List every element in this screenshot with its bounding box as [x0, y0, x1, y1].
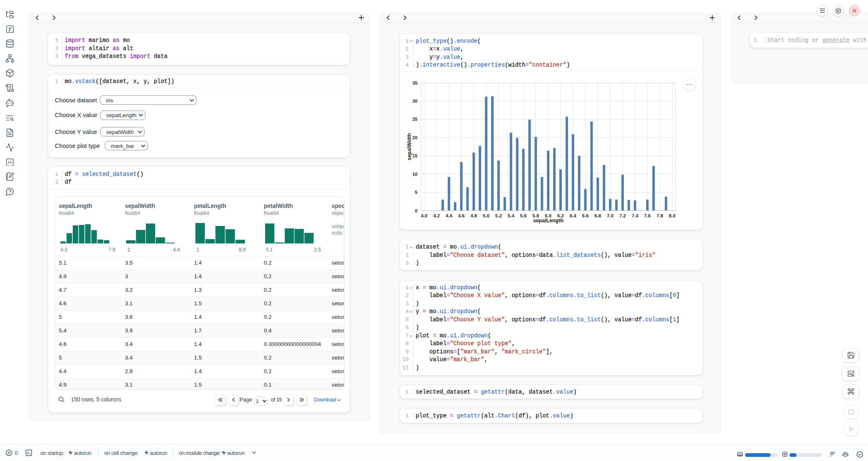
- svg-text:4.0: 4.0: [421, 213, 427, 218]
- svg-text:0: 0: [415, 208, 418, 213]
- svg-text:6.2: 6.2: [557, 213, 564, 218]
- svg-text:7.2: 7.2: [619, 213, 626, 218]
- svg-text:6.4: 6.4: [570, 213, 577, 218]
- svg-text:5.0: 5.0: [483, 213, 489, 218]
- svg-text:30: 30: [412, 99, 418, 104]
- svg-text:15: 15: [412, 153, 418, 158]
- svg-text:4.6: 4.6: [458, 213, 465, 218]
- svg-text:sepalLength: sepalLength: [533, 218, 563, 224]
- svg-text:7.8: 7.8: [656, 213, 663, 218]
- svg-text:20: 20: [412, 135, 418, 140]
- svg-text:4.4: 4.4: [446, 213, 452, 218]
- svg-text:6.8: 6.8: [595, 213, 602, 218]
- svg-text:5.8: 5.8: [533, 213, 540, 218]
- svg-text:25: 25: [412, 117, 418, 122]
- svg-text:8.0: 8.0: [669, 213, 676, 218]
- svg-text:6.6: 6.6: [582, 213, 589, 218]
- svg-text:10: 10: [412, 172, 418, 177]
- svg-text:6.0: 6.0: [545, 213, 552, 218]
- svg-text:7.0: 7.0: [607, 213, 614, 218]
- svg-text:4.2: 4.2: [433, 213, 440, 218]
- svg-text:5.4: 5.4: [508, 213, 515, 218]
- svg-text:sepalWidth: sepalWidth: [406, 133, 412, 161]
- svg-text:5: 5: [415, 190, 418, 195]
- svg-text:5.2: 5.2: [495, 213, 502, 218]
- svg-text:7.6: 7.6: [644, 213, 651, 218]
- svg-text:4.8: 4.8: [471, 213, 478, 218]
- svg-text:5.6: 5.6: [520, 213, 526, 218]
- svg-text:7.4: 7.4: [632, 213, 639, 218]
- svg-text:35: 35: [412, 81, 418, 85]
